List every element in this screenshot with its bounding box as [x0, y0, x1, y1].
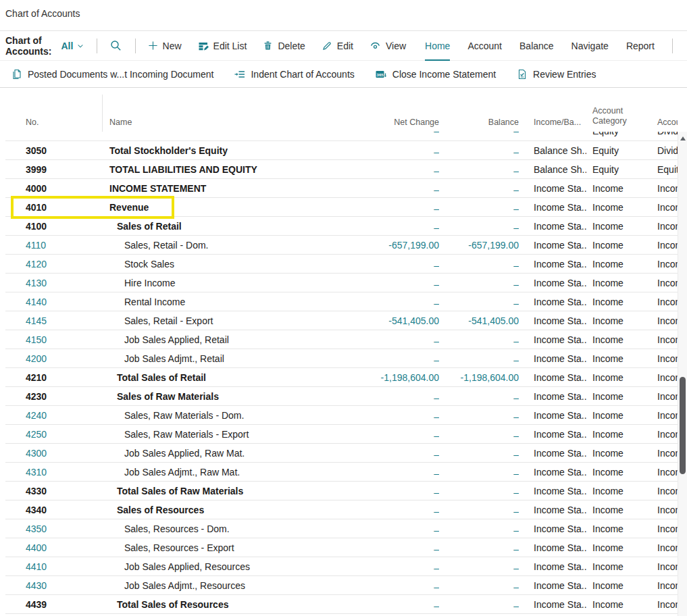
menu-report[interactable]: Report — [626, 30, 655, 61]
cell-balance[interactable]: – — [439, 259, 519, 270]
cell-balance[interactable]: – — [439, 523, 519, 534]
cell-no[interactable]: 4145 — [5, 315, 103, 326]
menu-account[interactable]: Account — [467, 30, 502, 61]
cell-balance[interactable]: – — [439, 221, 519, 232]
table-row[interactable]: 4350 Sales, Resources - Dom. – – Income … — [5, 519, 678, 538]
view-filter-dropdown[interactable]: All — [61, 41, 84, 51]
cell-balance[interactable]: -541,405.00 — [439, 315, 519, 326]
cell-net-change[interactable]: – — [331, 467, 439, 478]
column-header-net-change[interactable]: Net Change — [331, 95, 439, 132]
table-row[interactable]: 4410 Job Sales Applied, Resources – – In… — [5, 557, 678, 576]
review-entries-button[interactable]: Review Entries — [517, 69, 596, 80]
column-header-account-category[interactable]: Account Category — [586, 95, 648, 132]
cell-net-change[interactable]: – — [331, 202, 439, 213]
cell-no[interactable]: 4250 — [5, 429, 103, 440]
cell-no[interactable]: 4130 — [5, 278, 103, 288]
cell-balance[interactable]: – — [439, 599, 519, 610]
table-row[interactable]: 4200 Job Sales Adjmt., Retail – – Income… — [5, 349, 678, 368]
table-row[interactable]: 4310 Job Sales Adjmt., Raw Mat. – – Inco… — [5, 463, 678, 482]
table-row[interactable]: 4145 Sales, Retail - Export -541,405.00 … — [5, 311, 678, 330]
table-row[interactable]: 4300 Job Sales Applied, Raw Mat. – – Inc… — [5, 444, 678, 463]
cell-no[interactable]: 4400 — [5, 542, 103, 553]
cell-net-change[interactable]: – — [331, 599, 439, 610]
cell-no[interactable]: 4120 — [5, 259, 103, 270]
table-row[interactable]: 4340 Sales of Resources – – Income Sta..… — [5, 500, 678, 519]
cell-net-change[interactable]: -657,199.00 — [331, 240, 439, 251]
column-header-account-subcategory[interactable]: Account S — [648, 95, 678, 132]
cell-balance[interactable]: – — [439, 391, 519, 402]
table-row[interactable]: 4110 Sales, Retail - Dom. -657,199.00 -6… — [5, 236, 678, 255]
cell-net-change[interactable]: – — [331, 505, 439, 515]
cell-net-change[interactable]: – — [331, 561, 439, 572]
cell-net-change[interactable]: – — [331, 221, 439, 232]
cell-net-change[interactable]: – — [331, 486, 439, 496]
vertical-scrollbar[interactable] — [678, 132, 687, 616]
scroll-up-arrow-icon[interactable] — [680, 136, 686, 140]
cell-net-change[interactable]: – — [331, 145, 439, 156]
cell-net-change[interactable]: – — [331, 542, 439, 553]
table-row[interactable]: 3050 Total Stockholder's Equity – – Bala… — [5, 141, 678, 160]
cell-net-change[interactable]: – — [331, 523, 439, 534]
cell-balance[interactable]: – — [439, 448, 519, 459]
cell-no[interactable]: 4110 — [5, 240, 103, 251]
cell-balance[interactable]: – — [439, 145, 519, 156]
cell-no[interactable]: 4310 — [5, 467, 103, 478]
cell-balance[interactable]: -657,199.00 — [439, 240, 519, 251]
view-button[interactable]: View — [370, 40, 406, 51]
close-income-statement-button[interactable]: 365 Close Income Statement — [376, 69, 496, 80]
table-row[interactable]: 4250 Sales, Raw Materials - Export – – I… — [5, 425, 678, 444]
table-row[interactable]: 4330 Total Sales of Raw Materials – – In… — [5, 482, 678, 500]
cell-no[interactable]: 4300 — [5, 448, 103, 459]
cell-net-change[interactable]: -541,405.00 — [331, 315, 439, 326]
cell-balance[interactable]: – — [439, 486, 519, 496]
cell-net-change[interactable]: – — [331, 259, 439, 270]
table-row[interactable]: 3999 TOTAL LIABILITIES AND EQUITY – – Ba… — [5, 160, 678, 179]
table-row[interactable]: 4120 Stock Sales – – Income Sta... Incom… — [5, 255, 678, 274]
search-button[interactable] — [110, 40, 122, 51]
cell-balance[interactable]: – — [439, 278, 519, 288]
table-row[interactable]: 4130 Hire Income – – Income Sta... Incom… — [5, 274, 678, 292]
cell-no[interactable]: 4140 — [5, 297, 103, 307]
cell-balance[interactable]: – — [439, 542, 519, 553]
cell-no[interactable]: 4240 — [5, 410, 103, 421]
new-button[interactable]: New — [148, 41, 182, 51]
delete-button[interactable]: Delete — [263, 41, 305, 51]
table-row[interactable]: 4439 Total Sales of Resources – – Income… — [5, 595, 678, 614]
cell-balance[interactable]: – — [439, 429, 519, 440]
cell-balance[interactable]: – — [439, 561, 519, 572]
menu-balance[interactable]: Balance — [519, 30, 554, 61]
column-header-balance[interactable]: Balance — [439, 95, 519, 132]
posted-documents-button[interactable]: Posted Documents w...t Incoming Document — [11, 69, 213, 80]
cell-balance[interactable]: – — [439, 334, 519, 345]
cell-balance[interactable]: – — [439, 505, 519, 515]
indent-chart-button[interactable]: Indent Chart of Accounts — [234, 69, 354, 80]
cell-balance[interactable]: – — [439, 353, 519, 364]
menu-home[interactable]: Home — [425, 30, 450, 61]
menu-navigate[interactable]: Navigate — [571, 30, 609, 61]
cell-no[interactable]: 4200 — [5, 353, 103, 364]
cell-net-change[interactable]: – — [331, 391, 439, 402]
cell-balance[interactable]: -1,198,604.00 — [439, 372, 519, 383]
table-row[interactable]: 4210 Total Sales of Retail -1,198,604.00… — [5, 368, 678, 387]
edit-button[interactable]: Edit — [322, 41, 353, 51]
cell-balance[interactable]: – — [439, 297, 519, 307]
cell-balance[interactable]: – — [439, 164, 519, 175]
cell-no[interactable]: 4350 — [5, 523, 103, 534]
cell-net-change[interactable]: – — [331, 448, 439, 459]
table-row[interactable]: 4000 INCOME STATEMENT – – Income Sta... … — [5, 179, 678, 198]
cell-net-change[interactable]: – — [331, 278, 439, 288]
cell-balance[interactable]: – — [439, 467, 519, 478]
cell-balance[interactable]: – — [439, 202, 519, 213]
table-row[interactable]: 4100 Sales of Retail – – Income Sta... I… — [5, 217, 678, 236]
table-row[interactable]: 4240 Sales, Raw Materials - Dom. – – Inc… — [5, 406, 678, 425]
cell-balance[interactable]: – — [439, 183, 519, 194]
cell-net-change[interactable]: – — [331, 580, 439, 591]
column-header-name[interactable]: Name — [103, 95, 331, 132]
partial-scrolled-row[interactable]: – – Equity Divid — [5, 132, 678, 141]
cell-balance[interactable]: – — [439, 580, 519, 591]
cell-no[interactable]: 4150 — [5, 334, 103, 345]
table-row[interactable]: 4400 Sales, Resources - Export – – Incom… — [5, 538, 678, 557]
cell-balance[interactable]: – — [439, 410, 519, 421]
cell-net-change[interactable]: – — [331, 183, 439, 194]
table-row[interactable]: 4150 Job Sales Applied, Retail – – Incom… — [5, 330, 678, 349]
